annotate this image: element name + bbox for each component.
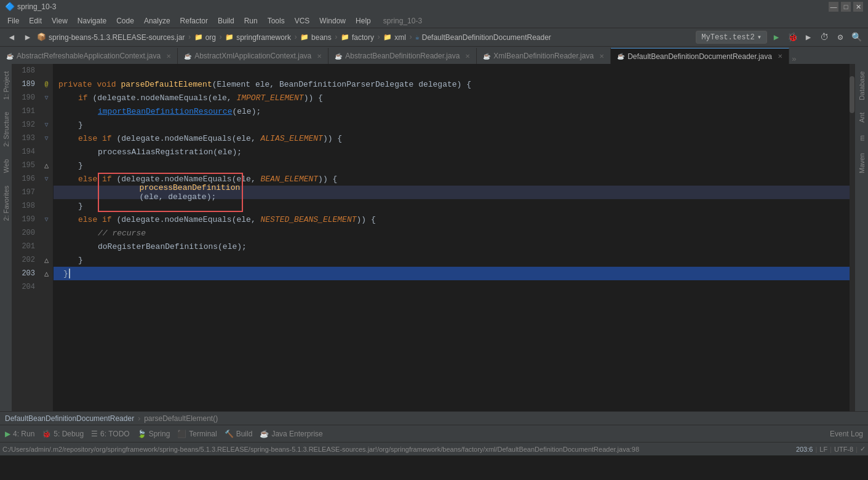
method-alias: processAliasRegistration(ele); [98, 148, 242, 157]
status-lf[interactable]: LF [819, 446, 827, 453]
spring-tool-button[interactable]: 🍃 Spring [137, 430, 170, 438]
breadcrumb-method-name[interactable]: parseDefaultElement() [144, 414, 218, 423]
breadcrumb-class[interactable]: DefaultBeanDefinitionDocumentReader [422, 33, 551, 42]
breadcrumb-bar: DefaultBeanDefinitionDocumentReader › pa… [0, 411, 868, 425]
line-188: 188 [12, 64, 40, 77]
code-editor[interactable]: private void parseDefaultElement ( Eleme… [54, 64, 850, 411]
profile-button[interactable]: ⏱ [818, 31, 831, 44]
menu-file[interactable]: File [2, 14, 24, 28]
todo-icon: ☰ [91, 430, 98, 438]
menu-code[interactable]: Code [111, 14, 139, 28]
marker-200 [40, 226, 53, 240]
tab-close-4[interactable]: ✕ [599, 53, 604, 60]
terminal-icon: ⬛ [177, 430, 186, 438]
left-sidebar: 1: Project 2: Structure Web 2: Favorites [0, 64, 12, 411]
debug-tool-button[interactable]: 🐞 5: Debug [42, 430, 84, 438]
menu-navigate[interactable]: Navigate [73, 14, 111, 28]
close-button[interactable]: ✕ [853, 2, 863, 12]
tab-overflow[interactable]: » [789, 55, 799, 64]
tab-xml-bean-definition[interactable]: ☕ XmlBeanDefinitionReader.java ✕ [477, 48, 611, 64]
menu-tools[interactable]: Tools [263, 14, 290, 28]
marker-195: △ [40, 159, 53, 172]
tab-abstract-bean-definition[interactable]: ☕ AbstractBeanDefinitionReader.java ✕ [328, 48, 477, 64]
menu-refactor[interactable]: Refactor [175, 14, 213, 28]
menu-vcs[interactable]: VCS [290, 14, 315, 28]
build-tool-button[interactable]: 🔨 Build [225, 430, 253, 438]
code-line-194: processAliasRegistration(ele); [54, 145, 850, 159]
tab-close-2[interactable]: ✕ [317, 53, 322, 60]
status-position[interactable]: 203:6 [796, 446, 813, 453]
sidebar-item-structure[interactable]: 2: Structure [1, 109, 11, 149]
sidebar-item-project[interactable]: 1: Project [1, 69, 11, 102]
settings-button[interactable]: ⚙ [834, 31, 847, 44]
terminal-tool-button[interactable]: ⬛ Terminal [177, 430, 217, 438]
code-line-195: } [54, 159, 850, 172]
maximize-button[interactable]: □ [841, 2, 851, 12]
todo-tool-button[interactable]: ☰ 6: TODO [91, 430, 130, 438]
tab-close-1[interactable]: ✕ [166, 53, 171, 60]
right-sidebar: Database Ant m Maven [854, 64, 868, 411]
sidebar-database[interactable]: Database [857, 69, 867, 103]
jar-name[interactable]: spring-beans-5.1.3.RELEASE-sources.jar [49, 33, 185, 42]
menu-edit[interactable]: Edit [24, 14, 47, 28]
marker-191 [40, 104, 53, 118]
run-config[interactable]: MyTest.test2 ▾ [696, 31, 767, 44]
bean-element: BEAN_ELEMENT [260, 175, 318, 184]
tab-abstract-refreshable[interactable]: ☕ AbstractRefreshableApplicationContext.… [0, 48, 178, 64]
org-folder-icon: 📁 [194, 33, 203, 41]
gutter-markers: @ ▽ ▽ ▽ △ ▽ ▽ △ △ [40, 64, 54, 411]
method-do-register: doRegisterBeanDefinitions(ele); [98, 242, 247, 251]
sidebar-m[interactable]: m [857, 133, 867, 143]
marker-189: @ [40, 77, 53, 91]
tab-abstract-xml[interactable]: ☕ AbstractXmlApplicationContext.java ✕ [178, 48, 328, 64]
marker-197 [40, 186, 53, 199]
forward-button[interactable]: ▶ [21, 31, 34, 44]
bookmark-193: ▽ [44, 135, 48, 142]
run-tool-button[interactable]: ▶ 4: Run [5, 430, 34, 438]
nested-beans-element: NESTED_BEANS_ELEMENT [260, 215, 356, 224]
menu-analyze[interactable]: Analyze [139, 14, 175, 28]
build-label: Build [236, 430, 253, 438]
scrollbar-thumb[interactable] [850, 76, 854, 113]
sidebar-maven[interactable]: Maven [857, 151, 867, 176]
sidebar-item-favorites[interactable]: 2: Favorites [1, 183, 11, 223]
breadcrumb-org[interactable]: org [205, 33, 216, 42]
back-button[interactable]: ◀ [5, 31, 18, 44]
debug-button[interactable]: 🐞 [786, 31, 799, 44]
breadcrumb-xml[interactable]: xml [394, 33, 406, 42]
bookmark-196: ▽ [44, 175, 48, 183]
springframework-folder-icon: 📁 [225, 33, 234, 41]
marker-199: ▽ [40, 213, 53, 226]
kw-else-193: else [78, 134, 97, 143]
class-file-icon: ☕ [415, 33, 420, 41]
menu-help[interactable]: Help [351, 14, 376, 28]
code-line-201: doRegisterBeanDefinitions(ele); [54, 240, 850, 253]
scrollbar[interactable] [850, 64, 854, 411]
line-196: 196 [12, 172, 40, 186]
breadcrumb-factory[interactable]: factory [352, 33, 374, 42]
event-log-button[interactable]: Event Log [830, 430, 863, 438]
tab-label-5: DefaultBeanDefinitionDocumentReader.java [627, 52, 772, 61]
menu-view[interactable]: View [47, 14, 73, 28]
java-enterprise-tool-button[interactable]: ☕ Java Enterprise [260, 430, 322, 438]
sidebar-ant[interactable]: Ant [857, 110, 867, 125]
breadcrumb-class-name[interactable]: DefaultBeanDefinitionDocumentReader [5, 414, 134, 423]
tab-label-2: AbstractXmlApplicationContext.java [194, 52, 311, 60]
window-controls[interactable]: — □ ✕ [829, 2, 863, 12]
minimize-button[interactable]: — [829, 2, 838, 12]
coverage-button[interactable]: ▶ [802, 31, 815, 44]
tab-close-3[interactable]: ✕ [465, 53, 470, 60]
sidebar-item-web[interactable]: Web [1, 157, 11, 175]
tab-close-5[interactable]: ✕ [778, 53, 782, 60]
code-line-188 [54, 64, 850, 77]
run-button[interactable]: ▶ [770, 31, 783, 44]
import-element: IMPORT_ELEMENT [236, 93, 303, 103]
menu-window[interactable]: Window [314, 14, 351, 28]
search-button[interactable]: 🔍 [850, 31, 863, 44]
tab-default-bean-definition[interactable]: ☕ DefaultBeanDefinitionDocumentReader.ja… [611, 48, 789, 64]
menu-run[interactable]: Run [239, 14, 263, 28]
breadcrumb-springframework[interactable]: springframework [236, 33, 291, 42]
breadcrumb-beans[interactable]: beans [311, 33, 332, 42]
status-encoding[interactable]: UTF-8 [834, 446, 853, 453]
menu-build[interactable]: Build [213, 14, 239, 28]
